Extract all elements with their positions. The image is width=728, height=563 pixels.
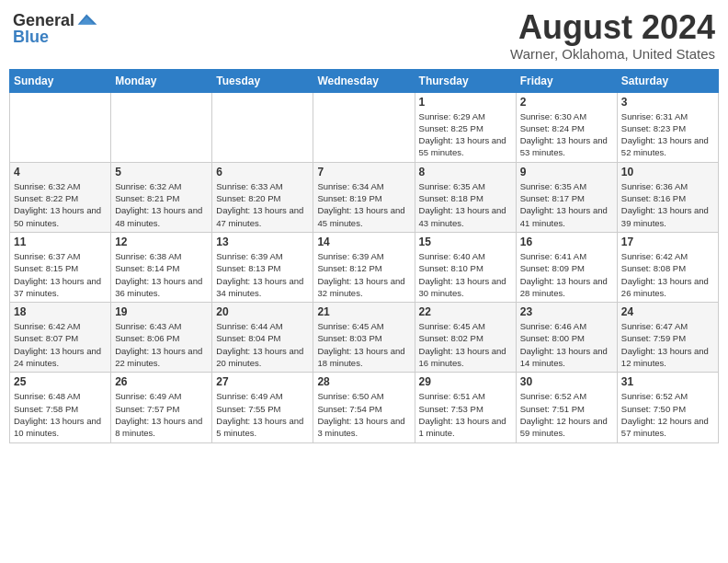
day-info: Sunrise: 6:32 AMSunset: 8:22 PMDaylight:… (14, 180, 107, 229)
day-number: 7 (317, 166, 410, 178)
day-info: Sunrise: 6:32 AMSunset: 8:21 PMDaylight:… (115, 180, 208, 229)
calendar-title: August 2024 (510, 9, 715, 46)
week-row-4: 18Sunrise: 6:42 AMSunset: 8:07 PMDayligh… (10, 303, 719, 373)
calendar-cell: 23Sunrise: 6:46 AMSunset: 8:00 PMDayligh… (516, 303, 617, 373)
week-row-2: 4Sunrise: 6:32 AMSunset: 8:22 PMDaylight… (10, 162, 719, 232)
calendar-cell (313, 92, 415, 162)
day-info: Sunrise: 6:46 AMSunset: 8:00 PMDaylight:… (520, 320, 613, 369)
day-info: Sunrise: 6:38 AMSunset: 8:14 PMDaylight:… (115, 250, 208, 299)
calendar-cell: 24Sunrise: 6:47 AMSunset: 7:59 PMDayligh… (617, 303, 718, 373)
calendar-cell: 7Sunrise: 6:34 AMSunset: 8:19 PMDaylight… (313, 162, 415, 232)
day-info: Sunrise: 6:43 AMSunset: 8:06 PMDaylight:… (115, 320, 208, 369)
day-info: Sunrise: 6:29 AMSunset: 8:25 PMDaylight:… (419, 110, 512, 159)
day-info: Sunrise: 6:52 AMSunset: 7:51 PMDaylight:… (520, 390, 613, 439)
calendar-cell: 17Sunrise: 6:42 AMSunset: 8:08 PMDayligh… (617, 232, 718, 302)
day-header-thursday: Thursday (415, 69, 516, 92)
day-header-saturday: Saturday (617, 69, 718, 92)
calendar-cell: 30Sunrise: 6:52 AMSunset: 7:51 PMDayligh… (516, 373, 617, 442)
calendar-cell: 9Sunrise: 6:35 AMSunset: 8:17 PMDaylight… (516, 162, 617, 232)
day-number: 24 (621, 305, 714, 318)
calendar-cell (111, 92, 212, 162)
day-number: 18 (14, 305, 107, 318)
calendar-cell: 16Sunrise: 6:41 AMSunset: 8:09 PMDayligh… (516, 232, 617, 302)
day-number: 12 (115, 236, 208, 248)
calendar-cell: 28Sunrise: 6:50 AMSunset: 7:54 PMDayligh… (313, 373, 415, 442)
calendar-cell: 13Sunrise: 6:39 AMSunset: 8:13 PMDayligh… (212, 232, 313, 302)
calendar-cell: 2Sunrise: 6:30 AMSunset: 8:24 PMDaylight… (516, 92, 617, 162)
day-number: 22 (419, 305, 512, 318)
title-block: August 2024 Warner, Oklahoma, United Sta… (510, 9, 715, 62)
day-info: Sunrise: 6:41 AMSunset: 8:09 PMDaylight:… (520, 250, 613, 299)
calendar-cell: 26Sunrise: 6:49 AMSunset: 7:57 PMDayligh… (111, 373, 212, 442)
day-number: 17 (621, 236, 714, 248)
day-info: Sunrise: 6:30 AMSunset: 8:24 PMDaylight:… (520, 110, 613, 159)
day-number: 25 (14, 375, 107, 388)
day-info: Sunrise: 6:50 AMSunset: 7:54 PMDaylight:… (317, 390, 410, 439)
day-info: Sunrise: 6:35 AMSunset: 8:18 PMDaylight:… (419, 180, 512, 229)
day-info: Sunrise: 6:39 AMSunset: 8:13 PMDaylight:… (216, 250, 309, 299)
day-number: 21 (317, 305, 410, 318)
day-info: Sunrise: 6:42 AMSunset: 8:08 PMDaylight:… (621, 250, 714, 299)
calendar-header-row: SundayMondayTuesdayWednesdayThursdayFrid… (10, 69, 719, 92)
day-info: Sunrise: 6:48 AMSunset: 7:58 PMDaylight:… (14, 390, 107, 439)
calendar-cell: 1Sunrise: 6:29 AMSunset: 8:25 PMDaylight… (415, 92, 516, 162)
calendar-cell: 4Sunrise: 6:32 AMSunset: 8:22 PMDaylight… (10, 162, 111, 232)
day-number: 31 (621, 375, 714, 388)
calendar-cell: 20Sunrise: 6:44 AMSunset: 8:04 PMDayligh… (212, 303, 313, 373)
page-header: General Blue August 2024 Warner, Oklahom… (9, 9, 719, 62)
day-info: Sunrise: 6:49 AMSunset: 7:57 PMDaylight:… (115, 390, 208, 439)
calendar-cell (212, 92, 313, 162)
day-header-friday: Friday (516, 69, 617, 92)
day-header-sunday: Sunday (10, 69, 111, 92)
day-info: Sunrise: 6:49 AMSunset: 7:55 PMDaylight:… (216, 390, 309, 439)
calendar-table: SundayMondayTuesdayWednesdayThursdayFrid… (9, 69, 719, 443)
calendar-subtitle: Warner, Oklahoma, United States (510, 46, 715, 62)
calendar-cell: 22Sunrise: 6:45 AMSunset: 8:02 PMDayligh… (415, 303, 516, 373)
week-row-3: 11Sunrise: 6:37 AMSunset: 8:15 PMDayligh… (10, 232, 719, 302)
day-header-monday: Monday (111, 69, 212, 92)
calendar-cell: 14Sunrise: 6:39 AMSunset: 8:12 PMDayligh… (313, 232, 415, 302)
day-number: 10 (621, 166, 714, 178)
calendar-cell: 5Sunrise: 6:32 AMSunset: 8:21 PMDaylight… (111, 162, 212, 232)
day-number: 23 (520, 305, 613, 318)
day-number: 19 (115, 305, 208, 318)
calendar-cell: 8Sunrise: 6:35 AMSunset: 8:18 PMDaylight… (415, 162, 516, 232)
calendar-cell: 19Sunrise: 6:43 AMSunset: 8:06 PMDayligh… (111, 303, 212, 373)
day-info: Sunrise: 6:52 AMSunset: 7:50 PMDaylight:… (621, 390, 714, 439)
day-info: Sunrise: 6:45 AMSunset: 8:03 PMDaylight:… (317, 320, 410, 369)
calendar-cell: 29Sunrise: 6:51 AMSunset: 7:53 PMDayligh… (415, 373, 516, 442)
day-number: 9 (520, 166, 613, 178)
logo: General Blue (13, 9, 98, 47)
day-number: 29 (419, 375, 512, 388)
day-header-wednesday: Wednesday (313, 69, 415, 92)
calendar-cell: 25Sunrise: 6:48 AMSunset: 7:58 PMDayligh… (10, 373, 111, 442)
day-info: Sunrise: 6:34 AMSunset: 8:19 PMDaylight:… (317, 180, 410, 229)
day-number: 16 (520, 236, 613, 248)
day-number: 26 (115, 375, 208, 388)
day-info: Sunrise: 6:31 AMSunset: 8:23 PMDaylight:… (621, 110, 714, 159)
calendar-cell: 10Sunrise: 6:36 AMSunset: 8:16 PMDayligh… (617, 162, 718, 232)
day-number: 15 (419, 236, 512, 248)
week-row-5: 25Sunrise: 6:48 AMSunset: 7:58 PMDayligh… (10, 373, 719, 442)
calendar-cell (10, 92, 111, 162)
day-info: Sunrise: 6:47 AMSunset: 7:59 PMDaylight:… (621, 320, 714, 369)
logo-icon (76, 9, 98, 31)
day-number: 2 (520, 96, 613, 109)
calendar-cell: 18Sunrise: 6:42 AMSunset: 8:07 PMDayligh… (10, 303, 111, 373)
day-info: Sunrise: 6:51 AMSunset: 7:53 PMDaylight:… (419, 390, 512, 439)
calendar-cell: 11Sunrise: 6:37 AMSunset: 8:15 PMDayligh… (10, 232, 111, 302)
day-info: Sunrise: 6:44 AMSunset: 8:04 PMDaylight:… (216, 320, 309, 369)
day-info: Sunrise: 6:39 AMSunset: 8:12 PMDaylight:… (317, 250, 410, 299)
day-number: 8 (419, 166, 512, 178)
day-info: Sunrise: 6:33 AMSunset: 8:20 PMDaylight:… (216, 180, 309, 229)
day-header-tuesday: Tuesday (212, 69, 313, 92)
calendar-cell: 21Sunrise: 6:45 AMSunset: 8:03 PMDayligh… (313, 303, 415, 373)
week-row-1: 1Sunrise: 6:29 AMSunset: 8:25 PMDaylight… (10, 92, 719, 162)
day-info: Sunrise: 6:45 AMSunset: 8:02 PMDaylight:… (419, 320, 512, 369)
day-number: 27 (216, 375, 309, 388)
logo-blue: Blue (13, 28, 49, 47)
day-number: 30 (520, 375, 613, 388)
day-info: Sunrise: 6:35 AMSunset: 8:17 PMDaylight:… (520, 180, 613, 229)
day-number: 1 (419, 96, 512, 109)
day-number: 4 (14, 166, 107, 178)
